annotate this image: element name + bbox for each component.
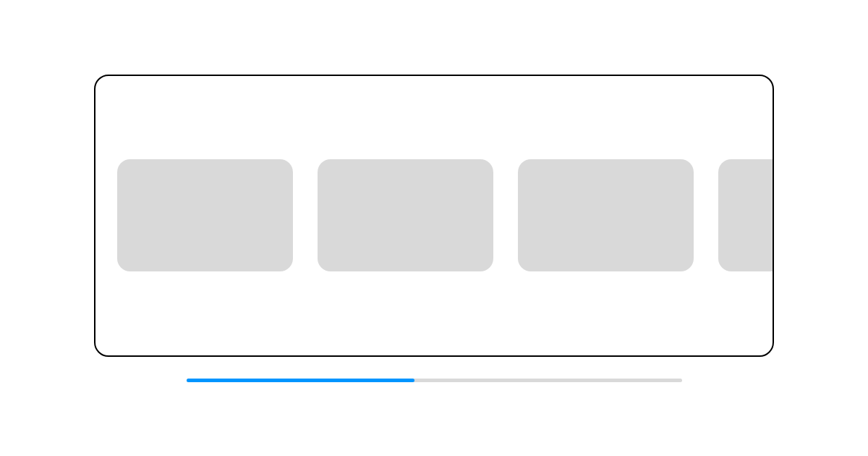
progress-fill (187, 379, 414, 382)
carousel-container[interactable] (94, 75, 774, 357)
carousel-card[interactable] (718, 159, 774, 271)
carousel-card[interactable] (318, 159, 493, 271)
carousel-card[interactable] (518, 159, 694, 271)
progress-track (187, 379, 682, 382)
carousel-track[interactable] (95, 159, 774, 271)
carousel-card[interactable] (117, 159, 293, 271)
progress-bar[interactable] (187, 379, 682, 382)
